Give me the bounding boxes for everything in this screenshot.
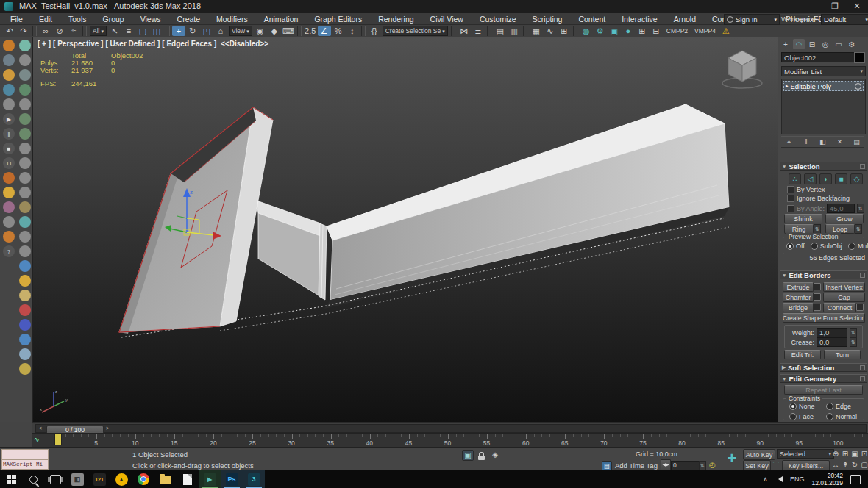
add-time-tag[interactable]: Add Time Tag [615, 462, 658, 470]
pan-icon[interactable]: ↔ [831, 460, 840, 470]
menu-item[interactable]: Views [133, 14, 168, 24]
grid-object-icon[interactable] [19, 172, 31, 184]
maxscript-mini-listener[interactable]: MAXScript Mi [1, 459, 49, 470]
simulation-delete-icon[interactable]: ⊔ [3, 157, 15, 169]
minimize-button[interactable]: – [802, 0, 824, 13]
reference-coordinate-dropdown[interactable]: View [228, 26, 253, 36]
rollout-soft-selection[interactable]: ▶Soft Selection [780, 363, 867, 372]
select-by-name-icon[interactable]: ≡ [122, 26, 135, 36]
phoenix-water-preset-icon[interactable] [3, 84, 15, 96]
element-subobject-icon[interactable]: ◇ [850, 173, 863, 184]
polygon-subobject-icon[interactable]: ■ [835, 173, 847, 184]
maxscript-mini-listener-top[interactable] [1, 449, 49, 459]
bind-to-space-warp-icon[interactable]: ≈ [67, 26, 80, 36]
curve-editor-icon[interactable]: ∿ [544, 26, 557, 36]
swirl-icon[interactable] [19, 334, 31, 345]
menu-item[interactable]: Modifiers [209, 14, 255, 24]
time-next-button[interactable]: > [104, 425, 111, 432]
create-shape-button[interactable]: Create Shape From Selection [783, 313, 865, 323]
vmpp4-button[interactable]: VMPP4 [691, 26, 719, 36]
add-time-tag-icon[interactable]: ▤ [602, 461, 612, 471]
menu-item[interactable]: Content [571, 14, 613, 24]
menu-item[interactable]: Arnold [666, 14, 703, 24]
object-name-field[interactable]: Object002 [781, 52, 856, 62]
absolute-mode-icon[interactable]: ◈ [490, 450, 500, 459]
orbit-icon[interactable]: ↻ [850, 460, 859, 470]
material-editor-icon[interactable]: ◍ [580, 26, 593, 36]
constraint-radio[interactable]: Normal [826, 413, 863, 420]
time-configuration-icon[interactable]: ◴ [709, 461, 716, 469]
zoom-all-icon[interactable]: ⊞ [841, 449, 850, 459]
current-frame-field[interactable]: 0 [671, 461, 700, 470]
default-tangents-icon[interactable]: ⌒ [772, 460, 780, 470]
key-mode-dropdown[interactable]: Selected [777, 449, 834, 459]
ignore-backfacing-checkbox[interactable] [787, 195, 794, 202]
explosion-preset-icon[interactable] [3, 172, 15, 184]
tree-icon[interactable] [19, 113, 31, 125]
named-selection-sets-dropdown[interactable]: Create Selection Se [382, 26, 449, 36]
perspective-viewport[interactable]: z [ + ][ Perspective ][ User Defined ][ … [32, 37, 779, 423]
phoenix-particles-icon[interactable] [3, 98, 15, 110]
snake-preset-icon[interactable] [3, 216, 15, 228]
trees-icon[interactable] [19, 84, 31, 96]
phoenix-fire-preset-icon[interactable] [3, 69, 15, 81]
language-indicator[interactable]: ENG [790, 476, 805, 483]
expand-arrow-icon[interactable]: ▸ [786, 83, 789, 89]
time-prev-button[interactable]: < [37, 425, 44, 432]
pin-stack-icon[interactable]: ⌖ [784, 137, 794, 146]
simulation-pause-icon[interactable]: ∥ [3, 128, 15, 140]
mirror-icon[interactable]: ⋈ [458, 26, 471, 36]
preview-selection-radio[interactable]: Multi [848, 243, 868, 250]
smoke-preset-icon[interactable] [3, 201, 15, 213]
ring-icon[interactable] [19, 143, 31, 154]
show-end-result-icon[interactable]: ‖ [801, 137, 811, 146]
chamfer-button[interactable]: Chamfer [783, 293, 814, 302]
blue-box-icon[interactable] [19, 319, 31, 331]
key-mode-toggle[interactable]: ◀▶ [661, 459, 671, 470]
constraint-radio[interactable]: None [789, 403, 826, 410]
menu-item[interactable]: File [3, 14, 30, 24]
viewport-menu-user[interactable]: [ User Defined ] [105, 40, 160, 48]
select-and-rotate-icon[interactable]: ↻ [186, 26, 199, 36]
rollout-selection[interactable]: ▼Selection [780, 162, 867, 171]
rollout-edit-borders[interactable]: ▼Edit Borders [780, 270, 867, 279]
menu-item[interactable]: Group [96, 14, 132, 24]
constraint-radio[interactable]: Face [789, 413, 826, 420]
menu-item[interactable]: Create [170, 14, 208, 24]
bridge-settings-icon[interactable] [814, 304, 821, 311]
display-tab[interactable]: ▭ [833, 39, 844, 49]
align-icon[interactable]: ≣ [472, 26, 485, 36]
percent-snap-toggle-icon[interactable]: % [332, 26, 345, 36]
anemone-icon[interactable] [19, 304, 31, 316]
preview-window-icon[interactable] [19, 187, 31, 198]
by-vertex-checkbox[interactable] [787, 186, 794, 193]
extrude-settings-icon[interactable] [814, 283, 821, 290]
window-crossing-icon[interactable]: ◫ [150, 26, 163, 36]
grow-button[interactable]: Grow [825, 214, 864, 223]
create-tab[interactable]: + [780, 39, 791, 49]
close-button[interactable]: ✕ [846, 0, 868, 13]
menu-item[interactable]: Interactive [614, 14, 664, 24]
toggle-scene-explorer-icon[interactable]: ▤ [494, 26, 507, 36]
unlink-selection-icon[interactable]: ⊘ [53, 26, 66, 36]
motion-tab[interactable]: ◎ [819, 39, 831, 49]
connect-button[interactable]: Connect [823, 303, 856, 312]
view-cube[interactable] [716, 42, 768, 93]
beach-scene-icon[interactable] [19, 290, 31, 301]
sign-in-button[interactable]: Sign In ▾ [724, 14, 780, 25]
time-slider-track[interactable]: < 0 / 100 > [35, 424, 867, 433]
constraint-radio[interactable]: Edge [826, 403, 863, 410]
extrude-button[interactable]: Extrude [783, 282, 814, 292]
frame-spinner[interactable]: ⇅ [699, 461, 706, 470]
use-pivot-point-center-icon[interactable]: ◉ [254, 26, 267, 36]
candle-preset-icon[interactable] [3, 231, 15, 243]
particle-flow-icon[interactable] [19, 245, 31, 257]
stack-onoff-icon[interactable] [855, 83, 861, 90]
by-angle-field[interactable]: 45,0 [827, 204, 855, 213]
weight-field[interactable]: 1,0 [817, 328, 847, 337]
speaker-icon[interactable] [775, 476, 783, 482]
simulation-play-icon[interactable]: ▶ [3, 113, 15, 125]
render-production-icon[interactable]: ● [622, 26, 635, 36]
preview-selection-radio[interactable]: Off [786, 243, 805, 250]
by-angle-spinner[interactable]: ⇅ [857, 204, 864, 213]
